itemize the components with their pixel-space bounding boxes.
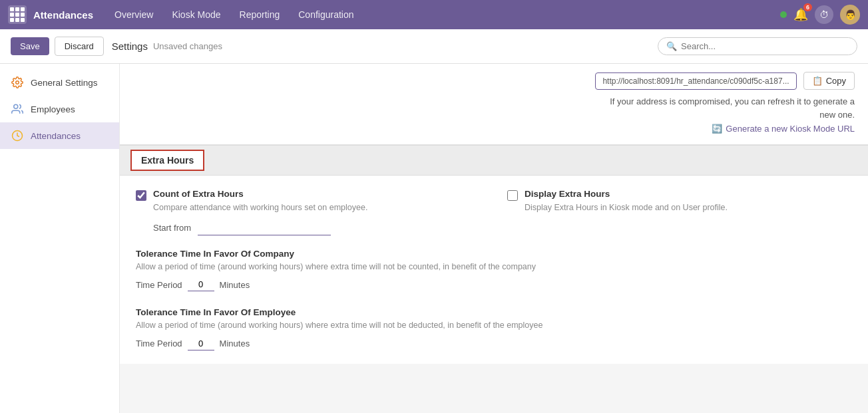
tolerance-company-section: Tolerance Time In Favor Of Company Allow…: [136, 249, 852, 292]
tolerance-company-unit-label: Minutes: [220, 280, 250, 290]
topnav-right-section: 🔔 6 ⏱ 👨: [780, 5, 860, 25]
app-grid-icon[interactable]: [8, 5, 27, 24]
tolerance-employee-section: Tolerance Time In Favor Of Employee Allo…: [136, 307, 852, 350]
main-layout: General Settings Employees Attendances: [0, 64, 868, 413]
unsaved-changes-label: Unsaved changes: [153, 41, 222, 51]
top-navigation: Attendances Overview Kiosk Mode Reportin…: [0, 0, 868, 29]
sidebar: General Settings Employees Attendances: [0, 64, 120, 413]
display-extra-hours-setting: Display Extra Hours Display Extra Hours …: [507, 189, 852, 235]
tolerance-employee-period-label: Time Period: [136, 339, 182, 348]
svg-point-1: [14, 104, 18, 108]
display-extra-hours-desc: Display Extra Hours in Kiosk mode and on…: [525, 202, 852, 214]
kiosk-url-display: http://localhost:8091/hr_attendance/c090…: [595, 72, 796, 90]
start-from-row: Start from: [153, 221, 481, 235]
count-extra-hours-header: Count of Extra Hours: [136, 189, 481, 201]
tolerance-employee-title: Tolerance Time In Favor Of Employee: [136, 307, 852, 317]
extra-hours-section-title-box: Extra Hours: [130, 150, 204, 171]
toolbar: Save Discard Settings Unsaved changes 🔍: [0, 29, 868, 64]
notification-badge: 6: [803, 3, 812, 11]
nav-menu: Overview Kiosk Mode Reporting Configurat…: [107, 5, 780, 24]
svg-point-0: [16, 81, 19, 84]
tolerance-company-title: Tolerance Time In Favor Of Company: [136, 249, 852, 259]
kiosk-url-section: http://localhost:8091/hr_attendance/c090…: [120, 64, 868, 145]
people-icon: [11, 102, 24, 116]
sidebar-item-label-employees: Employees: [31, 104, 75, 114]
refresh-icon: 🔄: [712, 124, 722, 134]
app-title: Attendances: [33, 9, 93, 21]
count-extra-hours-setting: Count of Extra Hours Compare attendance …: [136, 189, 481, 235]
settings-label: Settings: [112, 41, 148, 52]
sidebar-item-attendances[interactable]: Attendances: [0, 122, 119, 149]
search-icon: 🔍: [666, 41, 677, 51]
count-extra-hours-checkbox[interactable]: [136, 190, 146, 201]
notifications-icon[interactable]: 🔔 6: [793, 7, 808, 22]
start-from-input[interactable]: [198, 221, 331, 235]
avatar[interactable]: 👨: [840, 5, 860, 25]
copy-icon: 📋: [812, 76, 823, 86]
kiosk-url-row: http://localhost:8091/hr_attendance/c090…: [133, 72, 855, 90]
display-extra-hours-checkbox[interactable]: [507, 190, 518, 201]
generate-kiosk-url-button[interactable]: 🔄 Generate a new Kiosk Mode URL: [133, 124, 855, 134]
tolerance-company-value-input[interactable]: [188, 278, 214, 291]
tolerance-company-time-row: Time Period Minutes: [136, 278, 852, 291]
clock-sidebar-icon: [11, 129, 24, 142]
clock-icon[interactable]: ⏱: [815, 5, 833, 24]
tolerance-employee-desc: Allow a period of time (around working h…: [136, 320, 852, 332]
nav-overview[interactable]: Overview: [107, 5, 161, 24]
sidebar-item-label-general: General Settings: [31, 78, 98, 88]
copy-button[interactable]: 📋 Copy: [803, 72, 855, 90]
display-extra-hours-header: Display Extra Hours: [507, 189, 852, 201]
extra-hours-content: Count of Extra Hours Compare attendance …: [120, 176, 868, 364]
gear-icon: [11, 76, 24, 89]
tolerance-employee-unit-label: Minutes: [220, 339, 250, 348]
online-status-indicator: [780, 11, 787, 18]
search-input[interactable]: [681, 41, 849, 51]
nav-configuration[interactable]: Configuration: [290, 5, 361, 24]
tolerance-employee-time-row: Time Period Minutes: [136, 337, 852, 350]
count-extra-hours-desc: Compare attendance with working hours se…: [153, 202, 481, 214]
extra-hours-main-row: Count of Extra Hours Compare attendance …: [136, 189, 852, 235]
display-extra-hours-label: Display Extra Hours: [525, 189, 610, 199]
main-content: http://localhost:8091/hr_attendance/c090…: [120, 64, 868, 413]
save-button[interactable]: Save: [11, 37, 49, 55]
extra-hours-section-title: Extra Hours: [141, 155, 194, 166]
tolerance-employee-value-input[interactable]: [188, 337, 214, 350]
search-bar[interactable]: 🔍: [658, 37, 857, 55]
nav-reporting[interactable]: Reporting: [232, 5, 288, 24]
tolerance-company-period-label: Time Period: [136, 280, 182, 290]
sidebar-item-label-attendances: Attendances: [31, 131, 81, 141]
tolerance-company-desc: Allow a period of time (around working h…: [136, 261, 852, 273]
discard-button[interactable]: Discard: [55, 37, 104, 56]
nav-kiosk-mode[interactable]: Kiosk Mode: [164, 5, 228, 24]
kiosk-warning-text: If your address is compromised, you can …: [133, 95, 855, 121]
sidebar-item-general-settings[interactable]: General Settings: [0, 69, 119, 96]
extra-hours-section-header-bg: Extra Hours: [120, 145, 868, 176]
start-from-label: Start from: [153, 223, 191, 233]
count-extra-hours-label: Count of Extra Hours: [153, 189, 244, 199]
sidebar-item-employees[interactable]: Employees: [0, 96, 119, 122]
